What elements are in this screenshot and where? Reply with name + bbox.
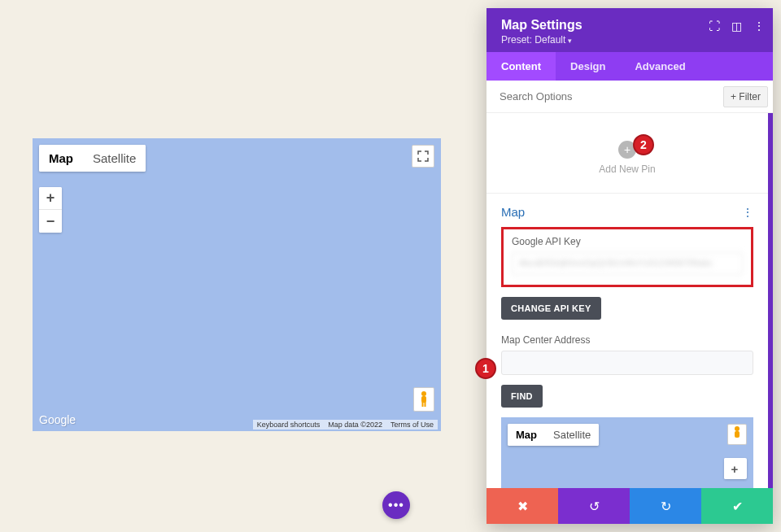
cancel-button[interactable]: ✖ <box>486 488 558 524</box>
svg-point-0 <box>421 391 426 396</box>
settings-panel: Map Settings Preset: Default ⛶ ◫ ⋮ Conte… <box>486 8 773 524</box>
map-type-control: Map Satellite <box>39 145 146 172</box>
google-logo: Google <box>39 413 76 426</box>
find-button[interactable]: FIND <box>501 385 543 408</box>
map-data-text: Map data ©2022 <box>324 420 386 430</box>
zoom-out-button[interactable]: − <box>39 210 62 233</box>
panel-body: + Add New Pin 2 Map ⋮ Google API Key Abc… <box>486 113 773 488</box>
svg-rect-2 <box>422 402 424 407</box>
preset-dropdown[interactable]: Preset: Default <box>501 34 758 46</box>
pegman-icon <box>418 390 430 408</box>
api-key-box: Google API Key AbcdEfGhijKlmnOpQrStUvWxY… <box>501 227 753 287</box>
save-button[interactable]: ✔ <box>701 488 773 524</box>
map-section-menu[interactable]: ⋮ <box>742 206 753 219</box>
map-type-map-button[interactable]: Map <box>39 145 83 172</box>
undo-button[interactable]: ↺ <box>558 488 630 524</box>
mini-map-type-map-button[interactable]: Map <box>508 424 545 446</box>
callout-two: 2 <box>633 134 654 155</box>
floating-more-button[interactable]: ••• <box>382 491 410 519</box>
svg-rect-5 <box>735 431 740 438</box>
center-address-label: Map Center Address <box>501 334 753 346</box>
more-icon[interactable]: ⋮ <box>753 20 765 33</box>
tab-content[interactable]: Content <box>486 52 556 81</box>
callout-one: 1 <box>475 358 496 379</box>
keyboard-shortcuts-link[interactable]: Keyboard shortcuts <box>253 420 325 430</box>
map-footer-links: Keyboard shortcuts Map data ©2022 Terms … <box>253 420 438 430</box>
map-section-title: Map <box>501 205 525 219</box>
panel-actions: ✖ ↺ ↻ ✔ <box>486 488 773 524</box>
mini-map-zoom-in-button[interactable]: + <box>724 458 745 479</box>
fullscreen-icon <box>417 150 429 162</box>
mini-map-pegman[interactable] <box>727 424 747 445</box>
filter-button[interactable]: + Filter <box>723 86 768 107</box>
center-address-input[interactable] <box>501 351 753 375</box>
svg-rect-3 <box>425 402 426 407</box>
tab-design[interactable]: Design <box>556 52 620 81</box>
add-pin-label: Add New Pin <box>486 164 768 175</box>
mini-map-type-satellite-button[interactable]: Satellite <box>545 424 599 446</box>
map-preview: Map Satellite + − Google Keyboard shortc… <box>33 138 441 431</box>
layout-icon[interactable]: ◫ <box>731 20 742 33</box>
pegman-button[interactable] <box>413 387 434 412</box>
tab-advanced[interactable]: Advanced <box>620 52 700 81</box>
expand-icon[interactable]: ⛶ <box>709 20 720 33</box>
panel-header: Map Settings Preset: Default ⛶ ◫ ⋮ <box>486 8 773 52</box>
mini-map-type-control: Map Satellite <box>508 424 599 446</box>
zoom-control: + − <box>39 187 62 233</box>
svg-rect-1 <box>421 396 426 403</box>
pegman-icon <box>731 425 743 443</box>
add-pin-area: + Add New Pin 2 <box>486 113 768 194</box>
search-options-input[interactable] <box>496 84 723 109</box>
zoom-in-button[interactable]: + <box>39 187 62 210</box>
redo-button[interactable]: ↻ <box>630 488 701 524</box>
change-api-key-button[interactable]: CHANGE API KEY <box>501 297 601 320</box>
api-key-value: AbcdEfGhijKlmnOpQrStUvWxYz0123456789abc <box>512 252 743 275</box>
api-key-label: Google API Key <box>512 236 743 247</box>
mini-map-zoom-control: + <box>724 458 747 479</box>
panel-search-bar: + Filter <box>486 81 773 113</box>
mini-map: Map Satellite + <box>501 417 753 488</box>
fullscreen-button[interactable] <box>412 145 434 168</box>
map-type-satellite-button[interactable]: Satellite <box>83 145 146 172</box>
panel-tabs: Content Design Advanced <box>486 52 773 81</box>
map-section: Map ⋮ Google API Key AbcdEfGhijKlmnOpQrS… <box>486 194 768 488</box>
terms-link[interactable]: Terms of Use <box>386 420 438 430</box>
svg-point-4 <box>735 426 740 431</box>
